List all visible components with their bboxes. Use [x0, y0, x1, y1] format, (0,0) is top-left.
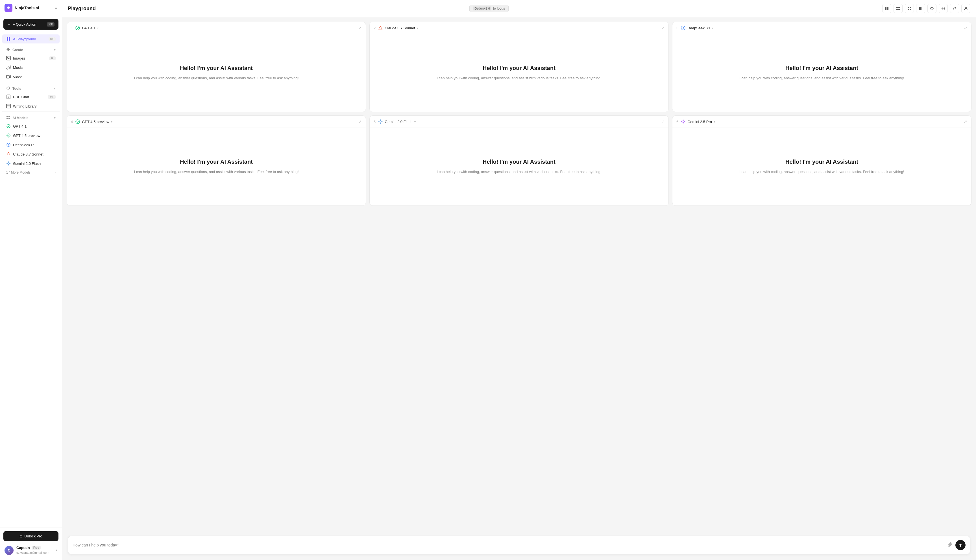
svg-rect-12	[8, 116, 10, 117]
gpt-4-1-label: GPT 4.1	[13, 124, 27, 128]
svg-rect-1	[9, 37, 10, 39]
model-selector-5[interactable]: Gemini 2.0 Flash ▾	[378, 119, 415, 124]
svg-point-31	[76, 26, 80, 30]
card-1-desc: I can help you with coding, answer quest…	[134, 75, 299, 81]
ai-card-4: 4 GPT 4.5 preview ▾ ⤢ Hello! I'm your AI…	[67, 115, 366, 206]
refresh-button[interactable]	[928, 4, 936, 13]
user-email: cz.ycaptain@gmail.com	[17, 551, 49, 554]
sidebar-item-pdf-chat[interactable]: PDF Chat ⌘P	[2, 92, 60, 101]
svg-rect-25	[909, 9, 911, 10]
expand-icon-4[interactable]: ⤢	[359, 119, 362, 124]
gemini-flash-label: Gemini 2.0 Flash	[13, 162, 41, 166]
tools-section-icon	[6, 86, 10, 91]
ai-card-5: 5 Gemini 2.0 Flash ▾ ⤢ Hello! I'm your A…	[369, 115, 669, 206]
gpt-model-icon-1	[75, 25, 80, 30]
sidebar-header: NinjaTools.ai ≡	[0, 0, 62, 16]
model-selector-1[interactable]: GPT 4.1 ▾	[75, 25, 98, 30]
card-3-body: Hello! I'm your AI Assistant I can help …	[672, 34, 971, 112]
expand-icon-1[interactable]: ⤢	[359, 26, 362, 30]
sidebar-item-music[interactable]: Music	[2, 63, 60, 72]
card-3-greeting: Hello! I'm your AI Assistant	[785, 65, 858, 72]
ai-models-chevron: ▾	[54, 116, 56, 120]
chat-input[interactable]	[73, 543, 945, 547]
sidebar-item-deepseek-r1[interactable]: DeepSeek R1	[2, 140, 60, 149]
expand-icon-3[interactable]: ⤢	[964, 26, 967, 30]
sidebar-item-gemini-flash[interactable]: Gemini 2.0 Flash	[2, 159, 60, 168]
layout2-button[interactable]	[894, 4, 903, 13]
unlock-label: Unlock Pro	[24, 534, 42, 538]
user-info: Captain Free cz.ycaptain@gmail.com	[17, 546, 53, 555]
card-5-body: Hello! I'm your AI Assistant I can help …	[370, 128, 669, 205]
svg-point-32	[681, 26, 685, 30]
sidebar-item-video[interactable]: Video	[2, 72, 60, 81]
sidebar-item-gpt-4-5[interactable]: GPT 4.5 preview	[2, 131, 60, 140]
topbar-center: Option+1-6 to focus	[469, 5, 509, 12]
section-create[interactable]: Create ▾	[2, 45, 60, 53]
hamburger-icon[interactable]: ≡	[55, 5, 57, 10]
music-label: Music	[13, 65, 23, 70]
model-selector-4[interactable]: GPT 4.5 preview ▾	[75, 119, 112, 124]
svg-point-17	[7, 143, 10, 147]
sidebar-item-claude[interactable]: Claude 3.7 Sonnet	[2, 150, 60, 158]
svg-rect-23	[909, 7, 911, 8]
sidebar-item-more-models[interactable]: 17 More Models ›	[2, 168, 60, 177]
model-dropdown-arrow-4: ▾	[111, 120, 112, 123]
ai-card-3: 3 DeepSeek R1 ▾ ⤢ Hello! I'm your AI Ass…	[672, 22, 971, 112]
account-button[interactable]	[961, 4, 970, 13]
sidebar-item-images[interactable]: Images ⌘I	[2, 53, 60, 63]
svg-rect-11	[7, 116, 8, 117]
images-badge: ⌘I	[49, 57, 56, 60]
more-models-label: 17 More Models	[6, 170, 30, 175]
expand-icon-2[interactable]: ⤢	[661, 26, 664, 30]
expand-icon-6[interactable]: ⤢	[964, 119, 967, 124]
card-1-greeting: Hello! I'm your AI Assistant	[180, 65, 253, 72]
sidebar-item-label: AI Playground	[13, 37, 36, 41]
layout4-button[interactable]	[916, 4, 925, 13]
pdf-chat-label: PDF Chat	[13, 95, 29, 99]
shortcut-suffix: to focus	[493, 7, 505, 10]
sidebar-item-ai-playground[interactable]: AI Playground ⌘J	[2, 35, 60, 43]
claude-icon	[6, 152, 11, 157]
section-tools[interactable]: Tools ▾	[2, 83, 60, 92]
card-5-header: 5 Gemini 2.0 Flash ▾ ⤢	[370, 116, 669, 128]
model-dropdown-arrow-6: ▾	[714, 120, 715, 123]
card-2-greeting: Hello! I'm your AI Assistant	[483, 65, 556, 72]
sidebar-item-gpt-4-1[interactable]: GPT 4.1	[2, 122, 60, 131]
user-chevron-icon: ▾	[56, 548, 57, 552]
logo-icon	[5, 4, 12, 12]
send-button[interactable]	[955, 540, 966, 550]
sidebar-item-writing-library[interactable]: Writing Library	[2, 102, 60, 111]
expand-icon-5[interactable]: ⤢	[661, 119, 664, 124]
user-area[interactable]: C Captain Free cz.ycaptain@gmail.com ▾	[3, 544, 58, 557]
svg-rect-21	[896, 9, 900, 10]
unlock-icon: ⊙	[20, 534, 23, 538]
shortcut-hint: Option+1-6 to focus	[469, 5, 509, 12]
settings-button[interactable]	[939, 4, 948, 13]
model-selector-2[interactable]: Claude 3.7 Sonnet ▾	[378, 25, 418, 30]
page-title: Playground	[68, 6, 96, 12]
quick-action-button[interactable]: ＋ + Quick Action ⌘B	[3, 19, 58, 30]
ai-card-2: 2 Claude 3.7 Sonnet ▾ ⤢ Hello! I'm your …	[369, 22, 669, 112]
card-6-body: Hello! I'm your AI Assistant I can help …	[672, 128, 971, 205]
unlock-pro-button[interactable]: ⊙ Unlock Pro	[3, 531, 58, 541]
model-selector-3[interactable]: DeepSeek R1 ▾	[681, 25, 713, 30]
music-icon	[6, 65, 11, 70]
pdf-badge: ⌘P	[48, 95, 56, 99]
model-selector-6[interactable]: Gemini 2.5 Pro ▾	[681, 119, 715, 124]
attach-button[interactable]	[948, 542, 953, 548]
share-button[interactable]	[950, 4, 959, 13]
model-name-6: Gemini 2.5 Pro	[687, 120, 712, 124]
gpt-4-5-label: GPT 4.5 preview	[13, 133, 40, 138]
card-1-body: Hello! I'm your AI Assistant I can help …	[67, 34, 366, 112]
shortcut-key: Option+1-6	[473, 7, 491, 10]
user-name: Captain	[17, 546, 30, 550]
claude-model-icon-2	[378, 25, 383, 30]
section-ai-models[interactable]: AI Models ▾	[2, 113, 60, 122]
ai-models-section-label: AI Models	[12, 116, 28, 120]
card-5-greeting: Hello! I'm your AI Assistant	[483, 158, 556, 165]
layout1-button[interactable]	[882, 4, 891, 13]
layout3-button[interactable]	[905, 4, 914, 13]
sidebar: NinjaTools.ai ≡ ＋ + Quick Action ⌘B AI P…	[0, 0, 62, 560]
main-content: Playground Option+1-6 to focus	[62, 0, 976, 560]
avatar: C	[5, 546, 13, 555]
